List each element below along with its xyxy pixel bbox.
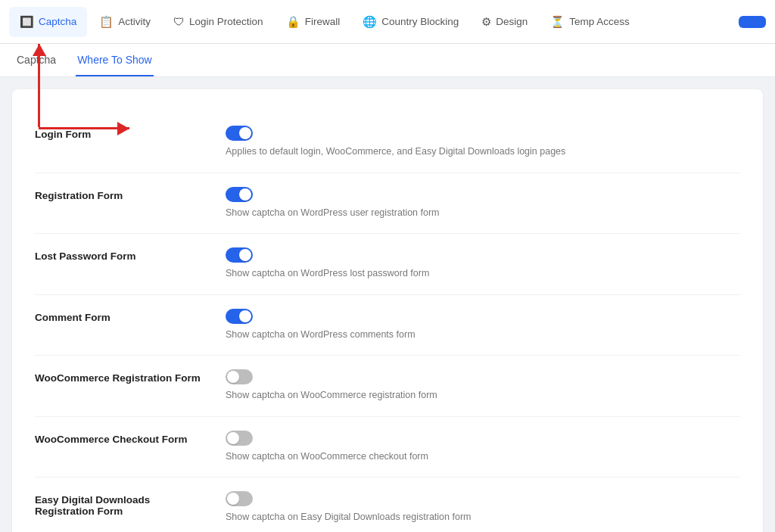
sub-tab-where-to-show[interactable]: Where To Show (76, 44, 154, 76)
form-desc-comment-form: Show captcha on WordPress comments form (226, 328, 740, 342)
label-col-lost-password-form: Lost Password Form (35, 247, 201, 262)
label-col-woo-registration: WooCommerce Registration Form (35, 369, 201, 384)
nav-tab-label-activity: Activity (118, 16, 151, 27)
captcha-icon: 🔲 (20, 15, 34, 29)
country-blocking-icon: 🌐 (363, 15, 377, 29)
label-col-comment-form: Comment Form (35, 309, 201, 323)
sub-tabs: CaptchaWhere To Show (0, 44, 775, 77)
nav-tab-design[interactable]: ⚙Design (471, 7, 538, 37)
toggle-edd-registration[interactable] (226, 491, 253, 506)
pro-button[interactable] (739, 16, 766, 28)
form-desc-lost-password-form: Show captcha on WordPress lost password … (226, 267, 740, 281)
toggle-row-comment-form (226, 309, 740, 324)
toggle-row-edd-registration (226, 491, 740, 506)
nav-tabs-container: 🔲Captcha📋Activity🛡Login Protection🔒Firew… (9, 7, 640, 37)
toggle-woo-registration[interactable] (226, 369, 253, 384)
label-col-registration-form: Registration Form (35, 187, 201, 201)
nav-tab-temp-access[interactable]: ⏳Temp Access (540, 7, 640, 37)
form-desc-woo-checkout: Show captcha on WooCommerce checkout for… (226, 450, 740, 464)
control-col-lost-password-form: Show captcha on WordPress lost password … (226, 247, 740, 281)
main-content: Login FormApplies to default login, WooC… (12, 89, 763, 532)
label-col-edd-registration: Easy Digital Downloads Registration Form (35, 491, 201, 517)
form-label-lost-password-form: Lost Password Form (35, 250, 201, 262)
form-label-login-form: Login Form (35, 129, 201, 140)
nav-tab-label-temp-access: Temp Access (569, 16, 630, 27)
form-desc-login-form: Applies to default login, WooCommerce, a… (226, 145, 740, 159)
toggle-login-form[interactable] (226, 126, 253, 141)
nav-tab-country-blocking[interactable]: 🌐Country Blocking (352, 7, 469, 37)
toggle-row-registration-form (226, 187, 740, 202)
form-desc-edd-registration: Show captcha on Easy Digital Downloads r… (226, 511, 740, 524)
nav-tab-label-firewall: Firewall (305, 16, 341, 27)
nav-tab-login-protection[interactable]: 🛡Login Protection (163, 7, 274, 37)
nav-tab-label-login-protection: Login Protection (189, 16, 263, 27)
toggle-lost-password-form[interactable] (226, 247, 253, 263)
toggle-row-woo-checkout (226, 431, 740, 446)
nav-tab-label-country-blocking: Country Blocking (381, 16, 459, 27)
nav-tab-captcha[interactable]: 🔲Captcha (9, 7, 87, 37)
nav-tab-activity[interactable]: 📋Activity (89, 7, 161, 37)
form-row-login-form: Login FormApplies to default login, WooC… (35, 112, 740, 173)
form-row-edd-registration: Easy Digital Downloads Registration Form… (35, 478, 740, 532)
label-col-login-form: Login Form (35, 126, 201, 140)
page-wrapper: 🔲Captcha📋Activity🛡Login Protection🔒Firew… (0, 0, 775, 532)
control-col-comment-form: Show captcha on WordPress comments form (226, 309, 740, 342)
form-row-lost-password-form: Lost Password FormShow captcha on WordPr… (35, 234, 740, 295)
control-col-registration-form: Show captcha on WordPress user registrat… (226, 187, 740, 220)
form-label-woo-checkout: WooCommerce Checkout Form (35, 434, 201, 445)
form-row-woo-registration: WooCommerce Registration FormShow captch… (35, 356, 740, 417)
design-icon: ⚙ (481, 15, 491, 29)
form-row-woo-checkout: WooCommerce Checkout FormShow captcha on… (35, 417, 740, 478)
form-row-comment-form: Comment FormShow captcha on WordPress co… (35, 295, 740, 356)
form-desc-woo-registration: Show captcha on WooCommerce registration… (226, 389, 740, 403)
form-label-edd-registration: Easy Digital Downloads Registration Form (35, 494, 201, 517)
firewall-icon: 🔒 (286, 15, 300, 29)
control-col-woo-registration: Show captcha on WooCommerce registration… (226, 369, 740, 403)
control-col-login-form: Applies to default login, WooCommerce, a… (226, 126, 740, 159)
control-col-woo-checkout: Show captcha on WooCommerce checkout for… (226, 431, 740, 464)
form-label-registration-form: Registration Form (35, 190, 201, 201)
temp-access-icon: ⏳ (550, 15, 565, 29)
form-row-registration-form: Registration FormShow captcha on WordPre… (35, 173, 740, 235)
form-desc-registration-form: Show captcha on WordPress user registrat… (226, 207, 740, 220)
nav-tab-label-design: Design (496, 16, 528, 27)
nav-tab-firewall[interactable]: 🔒Firewall (275, 7, 351, 37)
label-col-woo-checkout: WooCommerce Checkout Form (35, 431, 201, 445)
nav-tab-label-captcha: Captcha (39, 16, 76, 27)
sub-tab-captcha[interactable]: Captcha (15, 44, 58, 76)
activity-icon: 📋 (99, 15, 114, 29)
toggle-comment-form[interactable] (226, 309, 253, 324)
login-protection-icon: 🛡 (173, 15, 185, 28)
toggle-woo-checkout[interactable] (226, 431, 253, 446)
toggle-row-login-form (226, 126, 740, 141)
toggle-row-woo-registration (226, 369, 740, 384)
control-col-edd-registration: Show captcha on Easy Digital Downloads r… (226, 491, 740, 524)
form-label-woo-registration: WooCommerce Registration Form (35, 372, 201, 384)
toggle-row-lost-password-form (226, 247, 740, 263)
form-label-comment-form: Comment Form (35, 312, 201, 323)
toggle-registration-form[interactable] (226, 187, 253, 202)
top-nav: 🔲Captcha📋Activity🛡Login Protection🔒Firew… (0, 0, 775, 44)
